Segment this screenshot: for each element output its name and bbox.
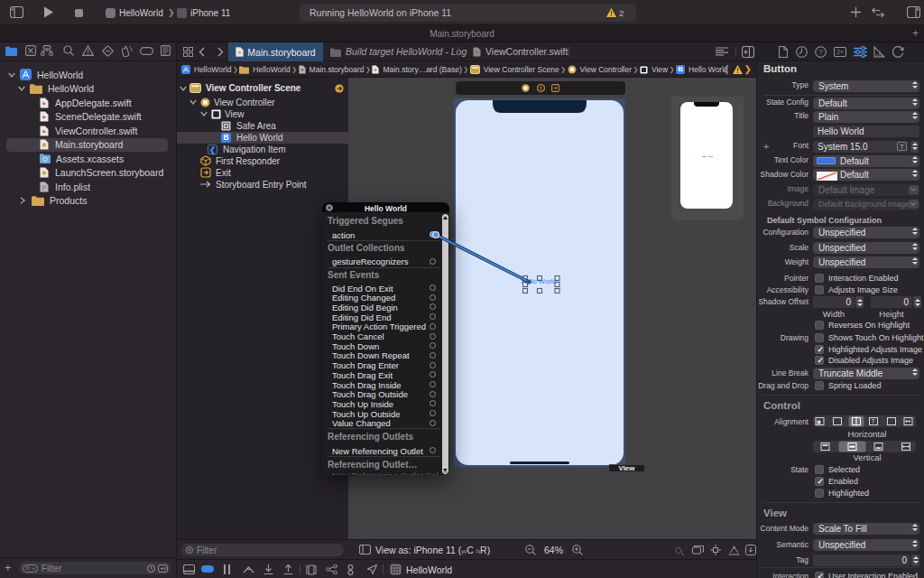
svg-text:2+: 2+ [836,49,844,55]
svg-text:T: T [872,418,875,424]
svg-text:?: ? [818,48,823,56]
